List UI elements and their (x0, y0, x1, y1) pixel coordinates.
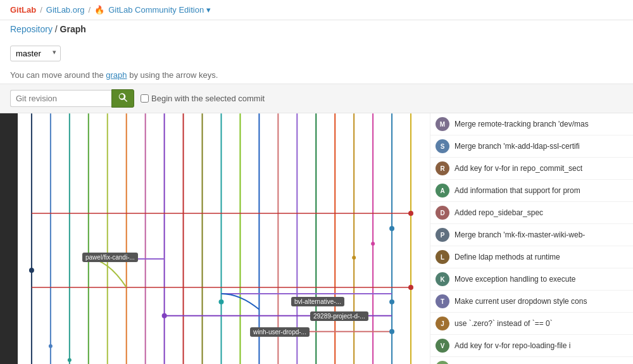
fire-icon: 🔥 (94, 5, 104, 15)
branch-selector-wrap: master develop (10, 46, 61, 61)
search-bar: Begin with the selected commit (0, 84, 633, 113)
table-row: LDefine ldap methods at runtime (430, 246, 633, 268)
graph-canvas[interactable]: pawel/fix-candi-... bvl-alternative-... … (0, 113, 430, 364)
table-row: PMerge branch 'mk-fix-master-wiki-web- (430, 224, 633, 246)
commit-message: use `.zero?` instead of `== 0` (454, 319, 553, 328)
commit-message: Make current user dropdown style cons (454, 297, 587, 306)
table-row: KMove exception handling to execute (430, 268, 633, 291)
avatar: T (436, 294, 449, 308)
avatar: R (436, 161, 449, 175)
branch-label-29289: 29289-project-d-... (310, 311, 368, 321)
gitlab-org-link[interactable]: GitLab.org (46, 5, 85, 15)
table-row: DAdded repo_sidebar_spec (430, 202, 633, 224)
commit-message: Added repo_sidebar_spec (454, 208, 543, 217)
begin-with-commit-checkbox[interactable] (141, 94, 149, 103)
help-text: You can move around the graph by using t… (0, 66, 633, 84)
search-input[interactable] (10, 90, 111, 107)
avatar: K (436, 272, 449, 286)
svg-point-35 (162, 313, 167, 318)
commit-message: Merge branch 'mk-add-ldap-ssl-certifi (454, 142, 580, 151)
search-icon (118, 93, 127, 102)
svg-point-29 (371, 242, 375, 246)
commit-message: Add key for v-for in repo_commit_sect (454, 164, 582, 173)
breadcrumb: Repository / Graph (0, 20, 633, 41)
project-link[interactable]: GitLab Community Edition ▾ (108, 5, 211, 15)
avatar: P (436, 228, 449, 242)
avatar: M (436, 117, 449, 131)
table-row: VAdd key for v-for repo-loading-file i (430, 335, 633, 357)
search-button[interactable] (111, 89, 134, 108)
begin-with-commit-text: Begin with the selected commit (151, 94, 265, 103)
svg-point-39 (49, 344, 53, 348)
avatar: V (436, 339, 449, 353)
svg-point-34 (389, 299, 394, 304)
commit-list: MMerge remote-tracking branch 'dev/masSM… (430, 113, 633, 364)
gitlab-logo: GitLab (10, 5, 36, 15)
commit-message: Add information that support for prom (454, 186, 580, 195)
table-row: SMerge branch 'mk-add-ldap-ssl-certifi (430, 135, 633, 158)
avatar: N (436, 361, 449, 364)
svg-point-40 (68, 358, 72, 362)
avatar: A (436, 184, 449, 198)
avatar: D (436, 206, 449, 220)
svg-point-32 (408, 285, 413, 290)
commit-message: Merge remote-tracking branch 'dev/mas (454, 120, 589, 129)
breadcrumb-graph: Graph (60, 24, 86, 34)
top-header: GitLab / GitLab.org / 🔥 GitLab Community… (0, 0, 633, 20)
commit-message: Add key for v-for repo-loading-file i (454, 341, 570, 350)
table-row: TMake current user dropdown style cons (430, 291, 633, 313)
sidebar-strip (0, 113, 18, 364)
branch-controls: master develop (0, 41, 633, 66)
header-sep2: / (89, 5, 91, 15)
commit-message: Move exception handling to execute (454, 275, 575, 284)
commit-message: Define ldap methods at runtime (454, 253, 560, 261)
table-row: AAdd information that support for prom (430, 180, 633, 202)
svg-point-38 (389, 329, 394, 334)
avatar: S (436, 139, 449, 153)
branch-label-pawel: pawel/fix-candi-... (82, 253, 138, 262)
search-wrap (10, 89, 134, 108)
graph-link[interactable]: graph (106, 70, 127, 80)
commit-message: Merge branch 'mk-fix-master-wiki-web- (454, 230, 585, 239)
svg-point-27 (408, 211, 413, 216)
breadcrumb-repo[interactable]: Repository (10, 24, 53, 34)
branch-label-bvl: bvl-alternative-... (291, 297, 344, 306)
table-row: NMerge branch 'mk-add-lower-path-index (430, 357, 633, 364)
table-row: Juse `.zero?` instead of `== 0` (430, 313, 633, 335)
breadcrumb-sep: / (55, 24, 60, 34)
svg-point-31 (29, 268, 34, 273)
branch-label-winh: winh-user-dropd-... (250, 327, 310, 337)
main-area: pawel/fix-candi-... bvl-alternative-... … (0, 113, 633, 364)
table-row: MMerge remote-tracking branch 'dev/mas (430, 113, 633, 135)
avatar: J (436, 317, 449, 330)
graph-svg (0, 113, 430, 364)
svg-point-33 (218, 299, 223, 304)
header-sep1: / (40, 5, 42, 15)
svg-point-28 (389, 226, 394, 231)
begin-with-commit-label[interactable]: Begin with the selected commit (141, 94, 265, 103)
branch-selector[interactable]: master develop (10, 46, 61, 61)
svg-point-30 (352, 256, 356, 260)
table-row: RAdd key for v-for in repo_commit_sect (430, 158, 633, 180)
avatar: L (436, 250, 449, 264)
